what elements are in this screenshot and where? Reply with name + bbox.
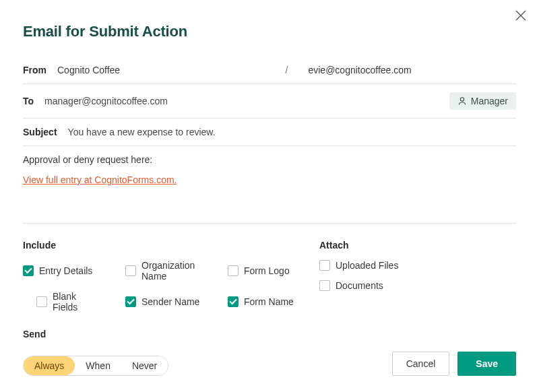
include-section: Include Entry DetailsOrganization NameFo… [23, 240, 319, 313]
role-chip-manager[interactable]: Manager [449, 92, 516, 110]
cancel-button[interactable]: Cancel [392, 352, 450, 376]
from-label: From [23, 65, 46, 75]
subject-input[interactable]: You have a new expense to review. [68, 127, 516, 137]
checkbox-icon [125, 296, 136, 307]
checkbox-label: Sender Name [141, 296, 199, 307]
checkbox-icon [319, 260, 330, 271]
checkbox-icon [319, 280, 330, 291]
send-option-when[interactable]: When [75, 356, 121, 375]
checkbox-label: Documents [336, 280, 383, 291]
attach-section: Attach Uploaded FilesDocuments [319, 240, 516, 313]
person-icon [457, 96, 467, 106]
include-checkbox-form-name[interactable]: Form Name [228, 291, 309, 313]
include-checkbox-sender-name[interactable]: Sender Name [125, 291, 206, 313]
attach-title: Attach [319, 240, 516, 251]
body-view-entry-link[interactable]: View full entry at CognitoForms.com. [23, 174, 177, 185]
include-checkbox-form-logo[interactable]: Form Logo [228, 260, 309, 282]
to-input[interactable]: manager@cognitocoffee.com [44, 96, 441, 106]
send-option-never[interactable]: Never [121, 356, 168, 375]
send-title: Send [23, 329, 516, 339]
checkbox-label: Form Logo [244, 265, 290, 276]
checkbox-label: Organization Name [141, 260, 206, 282]
body-editor[interactable]: Approval or deny request here: View full… [23, 146, 516, 224]
to-row: To manager@cognitocoffee.com Manager [23, 84, 516, 119]
include-title: Include [23, 240, 319, 251]
to-label: To [23, 96, 34, 106]
attach-checkbox-uploaded-files[interactable]: Uploaded Files [319, 260, 427, 271]
from-email-input[interactable]: evie@cognitocoffee.com [308, 65, 516, 75]
from-name-input[interactable]: Cognito Coffee [57, 65, 265, 75]
subject-label: Subject [23, 127, 57, 137]
checkbox-label: Uploaded Files [336, 260, 398, 271]
checkbox-icon [23, 265, 34, 276]
svg-point-2 [460, 98, 464, 101]
checkbox-icon [36, 296, 47, 307]
attach-checkbox-documents[interactable]: Documents [319, 280, 427, 291]
body-text: Approval or deny request here: [23, 154, 516, 165]
include-checkbox-organization-name[interactable]: Organization Name [125, 260, 206, 282]
include-checkbox-entry-details[interactable]: Entry Details [23, 260, 104, 282]
checkbox-label: Form Name [244, 296, 294, 307]
checkbox-icon [228, 296, 239, 307]
send-option-always[interactable]: Always [24, 356, 75, 375]
checkbox-label: Blank Fields [53, 291, 104, 313]
dialog-title: Email for Submit Action [23, 23, 516, 40]
send-segmented: AlwaysWhenNever [23, 356, 168, 376]
save-button[interactable]: Save [457, 352, 516, 376]
checkbox-label: Entry Details [39, 265, 92, 276]
checkbox-icon [125, 265, 136, 276]
subject-row: Subject You have a new expense to review… [23, 119, 516, 146]
checkbox-icon [228, 265, 239, 276]
from-row: From Cognito Coffee / evie@cognitocoffee… [23, 57, 516, 84]
close-icon[interactable] [515, 9, 527, 22]
include-checkbox-blank-fields[interactable]: Blank Fields [36, 291, 104, 313]
role-chip-label: Manager [471, 96, 508, 106]
from-separator: / [286, 65, 288, 75]
